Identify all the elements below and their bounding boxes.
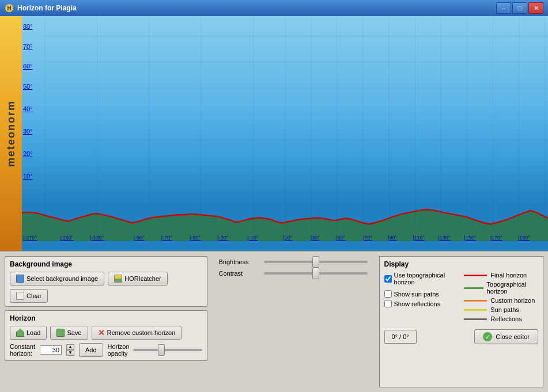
svg-text:|150°: |150° <box>464 235 477 241</box>
right-panel: Display Use topographical horizon <box>379 256 543 387</box>
sun-paths-line <box>464 309 487 311</box>
topographical-horizon-line <box>464 287 483 289</box>
svg-text:|190°: |190° <box>518 235 530 241</box>
save-button[interactable]: Save <box>50 326 88 340</box>
close-editor-label: Close editor <box>496 333 530 340</box>
svg-text:|-10°: |-10° <box>247 235 258 241</box>
show-sun-paths-checkbox[interactable] <box>384 290 392 298</box>
show-reflections-checkbox[interactable] <box>384 300 392 307</box>
legend-sun-paths: Sun paths <box>464 306 538 313</box>
legend-reflections: Reflections <box>464 315 538 322</box>
background-image-section: Background image Select background image… <box>5 256 207 307</box>
reflections-line <box>464 318 487 320</box>
use-topographical-checkbox[interactable] <box>384 275 392 283</box>
load-label: Load <box>27 329 40 336</box>
bottom-panel: Background image Select background image… <box>0 251 548 392</box>
svg-text:|70°: |70° <box>363 235 372 241</box>
horizon-title: Horizon <box>10 314 202 322</box>
display-right-col: Final horizon Topographical horizon Cust… <box>464 272 538 325</box>
panels-row: Background image Select background image… <box>5 256 543 387</box>
app-icon: H <box>5 3 14 13</box>
reflections-label: Reflections <box>490 315 521 322</box>
show-sun-paths-label: Show sun paths <box>394 291 439 298</box>
constant-horizon-input[interactable] <box>40 345 62 355</box>
show-sun-paths-row: Show sun paths <box>384 290 459 298</box>
legend-final-horizon: Final horizon <box>464 272 538 279</box>
remove-icon: ✕ <box>98 329 105 337</box>
add-label: Add <box>85 347 97 353</box>
show-reflections-label: Show reflections <box>394 300 441 307</box>
svg-text:|-130°: |-130° <box>90 235 104 241</box>
horicatcher-button[interactable]: HORIcatcher <box>108 272 168 286</box>
svg-text:|-270°: |-270° <box>23 235 37 241</box>
horizon-section: Horizon Load Save ✕ Remove custom hori <box>5 310 207 361</box>
horizon-controls-row: Load Save ✕ Remove custom horizon <box>10 326 202 340</box>
contrast-row: Contrast <box>219 270 368 277</box>
clear-button[interactable]: Clear <box>10 289 48 303</box>
svg-text:|10°: |10° <box>283 235 292 241</box>
coords-button[interactable]: 0° / 0° <box>384 330 417 344</box>
horizon-svg: |-270° |-250° |-130° |-90° |-70° |-50° |… <box>22 16 548 241</box>
window-controls: – □ ✕ <box>496 2 543 14</box>
sun-paths-label: Sun paths <box>490 306 519 313</box>
picture-icon <box>16 275 24 283</box>
display-bottom-row: 0° / 0° ✓ Close editor <box>384 329 538 344</box>
brightness-row: Brightness <box>219 258 368 265</box>
display-title: Display <box>384 260 538 268</box>
side-label: meteonorm <box>0 16 22 251</box>
save-label: Save <box>67 329 81 336</box>
window-title: Horizon for Plagia <box>17 4 496 12</box>
opacity-label: Horizon opacity <box>108 343 130 357</box>
horicatcher-label: HORIcatcher <box>124 275 161 282</box>
remove-custom-horizon-button[interactable]: ✕ Remove custom horizon <box>92 326 182 340</box>
clear-label: Clear <box>27 292 41 299</box>
display-left-col: Use topographical horizon Show sun paths… <box>384 272 459 325</box>
left-panel: Background image Select background image… <box>5 256 207 387</box>
sliders-section: Brightness Contrast <box>212 256 375 387</box>
add-button[interactable]: Add <box>79 343 103 357</box>
close-button[interactable]: ✕ <box>528 2 543 14</box>
legend-custom: Custom horizon <box>464 297 538 304</box>
svg-text:H: H <box>7 5 11 12</box>
svg-text:|50°: |50° <box>336 235 345 241</box>
coords-text: 0° / 0° <box>392 333 409 340</box>
load-button[interactable]: Load <box>10 326 47 340</box>
show-reflections-row: Show reflections <box>384 300 459 307</box>
opacity-slider[interactable] <box>133 349 202 351</box>
contrast-label: Contrast <box>219 270 259 277</box>
final-horizon-label: Final horizon <box>490 272 527 279</box>
horizon-chart: 80° 70° 60° 50° 40° 30° 20° 10° <box>22 16 548 251</box>
select-background-button[interactable]: Select background image <box>10 272 104 286</box>
clear-btn-row: Clear <box>10 289 202 303</box>
use-topographical-row: Use topographical horizon <box>384 272 459 286</box>
contrast-slider[interactable] <box>264 272 368 275</box>
topographical-horizon-label: Topographical horizon <box>487 281 539 295</box>
constant-horizon-label: Constant horizon: <box>10 343 35 357</box>
background-image-title: Background image <box>10 260 202 268</box>
custom-horizon-line <box>464 300 487 302</box>
svg-text:|130°: |130° <box>438 235 450 241</box>
opacity-slider-row: Horizon opacity <box>108 343 202 357</box>
spin-down-button[interactable]: ▼ <box>66 350 74 356</box>
custom-horizon-label: Custom horizon <box>490 297 535 304</box>
svg-text:|90°: |90° <box>388 235 397 241</box>
side-label-text: meteonorm <box>5 100 17 167</box>
legend-topographical: Topographical horizon <box>464 281 538 295</box>
main-container: meteonorm 80° 70° 60° 50° 40° 30° 20° 10… <box>0 16 548 392</box>
svg-text:|-70°: |-70° <box>161 235 172 241</box>
constant-spinner: ▲ ▼ <box>66 344 74 356</box>
close-editor-check-icon: ✓ <box>483 332 492 341</box>
brightness-label: Brightness <box>219 258 259 265</box>
load-icon <box>16 329 24 337</box>
select-background-label: Select background image <box>27 275 98 282</box>
brightness-slider[interactable] <box>264 261 368 263</box>
title-bar: H Horizon for Plagia – □ ✕ <box>0 0 548 16</box>
spin-up-button[interactable]: ▲ <box>66 344 74 350</box>
minimize-button[interactable]: – <box>496 2 511 14</box>
close-editor-button[interactable]: ✓ Close editor <box>474 329 538 344</box>
horizon-bottom-row: Constant horizon: ▲ ▼ Add Horizon opacit… <box>10 343 202 357</box>
display-content: Use topographical horizon Show sun paths… <box>384 272 538 325</box>
svg-text:|110°: |110° <box>413 235 425 241</box>
maximize-button[interactable]: □ <box>512 2 527 14</box>
use-topographical-label: Use topographical horizon <box>394 272 459 286</box>
